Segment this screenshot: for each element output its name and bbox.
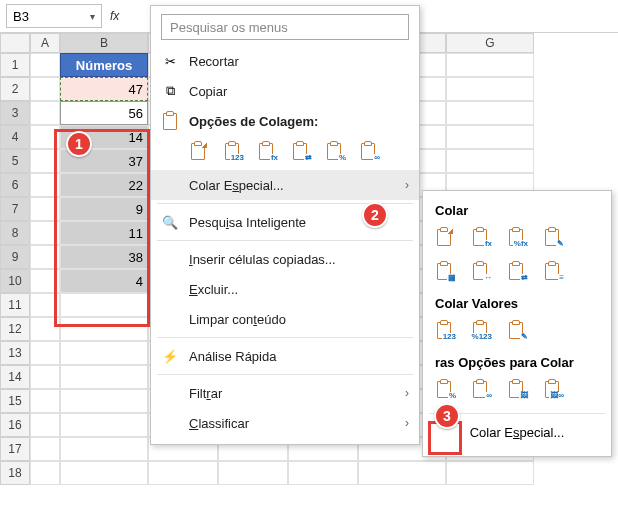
paste-transpose-icon[interactable]: ⇄ [291, 140, 313, 162]
paste-fx-icon[interactable]: fx [471, 226, 493, 248]
fx-icon[interactable]: fx [110, 9, 119, 23]
paste-no-borders-icon[interactable]: ▦ [435, 260, 457, 282]
chevron-right-icon: › [405, 386, 409, 400]
submenu-values-title: Colar Valores [423, 292, 611, 317]
col-header-B[interactable]: B [60, 33, 148, 53]
annotation-badge-2: 2 [362, 202, 388, 228]
menu-quick-analysis[interactable]: ⚡ Análise Rápida [151, 341, 419, 371]
menu-cut[interactable]: ✂ Recortar [151, 46, 419, 76]
submenu-other-title: ras Opções para Colar [423, 351, 611, 376]
chevron-down-icon: ▾ [90, 11, 95, 22]
search-icon: 🔍 [161, 213, 179, 231]
paste-values-icon[interactable]: 123 [223, 140, 245, 162]
row-header-2[interactable]: 2 [0, 77, 30, 101]
paste-remove-blanks-icon[interactable]: ≡ [543, 260, 565, 282]
col-header-A[interactable]: A [30, 33, 60, 53]
menu-delete[interactable]: Excluir... [151, 274, 419, 304]
cell-B2[interactable]: 47 [60, 77, 148, 101]
paste-link-icon[interactable]: ∞ [471, 378, 493, 400]
cell-B1[interactable]: Números [60, 53, 148, 77]
chevron-right-icon: › [405, 416, 409, 430]
paste-values-format-icon[interactable]: ✎ [507, 319, 529, 341]
menu-search-input[interactable]: Pesquisar os menus [161, 14, 409, 40]
quick-analysis-icon: ⚡ [161, 347, 179, 365]
submenu-paste-title: Colar [423, 199, 611, 224]
paste-linked-picture-icon[interactable]: 🖼∞ [543, 378, 565, 400]
paste-link-icon[interactable]: ∞ [359, 140, 381, 162]
menu-sort[interactable]: Classificar › [151, 408, 419, 438]
col-header-G[interactable]: G [446, 33, 534, 53]
paste-formulas-icon[interactable]: fx [257, 140, 279, 162]
paste-options-row: 123 fx ⇄ % ∞ [151, 136, 419, 170]
paste-values-numfmt-icon[interactable]: %123 [471, 319, 493, 341]
name-box-value: B3 [13, 9, 29, 24]
scissors-icon: ✂ [161, 52, 179, 70]
menu-filter[interactable]: Filtrar › [151, 378, 419, 408]
menu-copy[interactable]: ⧉ Copiar [151, 76, 419, 106]
paste-values-123-icon[interactable]: 123 [435, 319, 457, 341]
row-header-1[interactable]: 1 [0, 53, 30, 77]
copy-icon: ⧉ [161, 82, 179, 100]
cell-A1[interactable] [30, 53, 60, 77]
menu-insert-copied[interactable]: Inserir células copiadas... [151, 244, 419, 274]
paste-percent-fx-icon[interactable]: %fx [507, 226, 529, 248]
paste-brush-icon[interactable]: ✎ [543, 226, 565, 248]
annotation-badge-3: 3 [434, 403, 460, 429]
paste-options-header: Opções de Colagem: [151, 106, 419, 136]
paste-formatting-icon[interactable]: % [325, 140, 347, 162]
paste-format-only-icon[interactable]: % [435, 378, 457, 400]
paste-default-icon[interactable] [189, 140, 211, 162]
paste-transpose-icon[interactable]: ⇄ [507, 260, 529, 282]
menu-paste-special[interactable]: Colar Especial... › [151, 170, 419, 200]
chevron-right-icon: › [405, 178, 409, 192]
clipboard-icon [161, 112, 179, 130]
paste-col-width-icon[interactable]: ↔ [471, 260, 493, 282]
paste-picture-icon[interactable]: 🖼 [507, 378, 529, 400]
annotation-badge-1: 1 [66, 131, 92, 157]
name-box[interactable]: B3 ▾ [6, 4, 102, 28]
select-all-corner[interactable] [0, 33, 30, 53]
menu-clear[interactable]: Limpar conteúdo [151, 304, 419, 334]
paste-default-icon[interactable] [435, 226, 457, 248]
